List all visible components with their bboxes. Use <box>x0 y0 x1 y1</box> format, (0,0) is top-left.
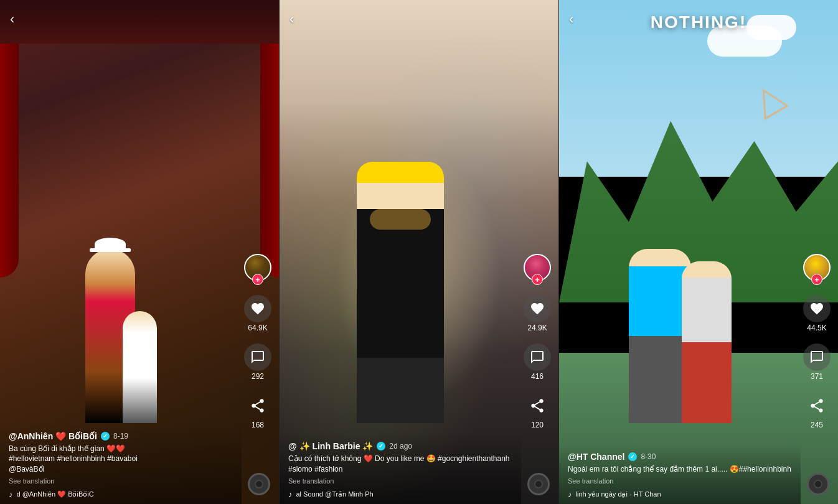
bottom-info-1: @AnNhiên ❤️ BốiBối 8-19 Ba cùng Bối đi k… <box>0 424 242 504</box>
like-count-3: 44.5K <box>807 324 826 332</box>
username-3: @HT Channel <box>568 452 624 462</box>
overlay-text: NOTHING! <box>651 12 746 32</box>
woman2-figure <box>682 261 732 423</box>
comment-group-1: 292 <box>244 343 271 381</box>
timestamp-3: 8-30 <box>641 452 656 461</box>
like-button-2[interactable] <box>524 295 551 322</box>
child-figure <box>123 311 157 423</box>
share-count-3: 245 <box>811 421 823 429</box>
follow-button-1[interactable]: + <box>252 274 263 285</box>
share-group-2: 120 <box>524 392 551 429</box>
username-row-3: @HT Channel 8-30 <box>568 452 792 462</box>
music-note-1: ♪ <box>9 490 13 499</box>
figures <box>0 121 242 423</box>
avatar-wrap-3[interactable]: + <box>803 254 831 281</box>
music-disk-2 <box>527 473 550 495</box>
back-button[interactable]: ‹ <box>10 11 14 27</box>
stage-top <box>0 0 279 44</box>
music-disk-1 <box>248 473 270 495</box>
timestamp-1: 8-19 <box>113 432 128 441</box>
avatar-wrap-2[interactable]: + <box>524 254 551 281</box>
caption-2: Cậu có thích tớ không ❤️ Do you like me … <box>288 454 512 475</box>
like-group-2: 24.9K <box>524 295 551 332</box>
share-group-1: 168 <box>244 392 271 429</box>
comment-group-2: 416 <box>524 343 551 381</box>
username-row-1: @AnNhiên ❤️ BốiBối 8-19 <box>9 431 233 441</box>
share-group-3: 245 <box>803 392 831 429</box>
like-count-1: 64.9K <box>248 324 267 332</box>
timestamp-2: 2d ago <box>389 442 412 450</box>
video-panel-1: ‹ + 64.9K 292 168 @AnNhiên ❤️ Bố <box>0 0 280 504</box>
right-sidebar-3: + 44.5K 371 245 <box>803 254 831 429</box>
right-sidebar-2: + 24.9K 416 120 <box>524 254 551 429</box>
username-row-2: @ ✨ Linh Barbie ✨ 2d ago <box>288 441 512 451</box>
like-group-3: 44.5K <box>803 295 831 332</box>
follow-button-3[interactable]: + <box>811 274 822 285</box>
comment-button-3[interactable] <box>803 343 831 371</box>
sunglasses <box>370 209 431 230</box>
back-button-3[interactable]: ‹ <box>569 11 573 27</box>
hat <box>95 238 126 250</box>
comment-count-1: 292 <box>252 372 264 381</box>
music-text-2: al Sound @Trần Minh Ph <box>296 490 374 498</box>
share-count-2: 120 <box>531 421 544 429</box>
video-panel-3: △ NOTHING! ‹ + 44.5K 371 2 <box>559 0 838 504</box>
caption-3: Ngoài em ra tôi chẳng thể say đắm thêm 1… <box>568 464 792 475</box>
share-button-2[interactable] <box>524 392 551 419</box>
verified-badge-3 <box>628 452 637 461</box>
comment-count-3: 371 <box>811 372 823 381</box>
share-button-1[interactable] <box>244 392 271 419</box>
woman-figures <box>280 121 521 423</box>
music-row-2: ♪ al Sound @Trần Minh Ph <box>288 490 512 499</box>
woman-figure <box>357 162 444 423</box>
music-note-2: ♪ <box>288 490 293 499</box>
share-count-1: 168 <box>252 421 264 429</box>
like-button-1[interactable] <box>244 295 271 322</box>
see-translation-3[interactable]: See translation <box>568 477 792 485</box>
caption-1: Ba cùng Bối đi khắp thế gian ❤️❤️#hellov… <box>9 444 233 475</box>
verified-badge-1 <box>101 432 110 441</box>
comment-button-2[interactable] <box>524 343 551 371</box>
share-button-3[interactable] <box>803 392 831 419</box>
username-1: @AnNhiên ❤️ BốiBối <box>9 431 97 441</box>
comment-group-3: 371 <box>803 343 831 381</box>
like-group-1: 64.9K <box>244 295 271 332</box>
comment-button-1[interactable] <box>244 343 271 371</box>
avatar-wrap-1[interactable]: + <box>244 254 271 281</box>
back-button-2[interactable]: ‹ <box>290 11 294 27</box>
bottom-info-3: @HT Channel 8-30 Ngoài em ra tôi chẳng t… <box>559 444 801 504</box>
comment-count-2: 416 <box>531 372 544 381</box>
couple-figures <box>559 121 801 423</box>
right-sidebar-1: + 64.9K 292 168 <box>244 254 271 429</box>
cloud-2 <box>746 15 796 40</box>
music-disk-3 <box>807 473 829 495</box>
see-translation-1[interactable]: See translation <box>9 477 233 485</box>
see-translation-2[interactable]: See translation <box>288 477 512 485</box>
username-2: @ ✨ Linh Barbie ✨ <box>288 441 373 451</box>
like-count-2: 24.9K <box>527 324 547 332</box>
verified-badge-2 <box>377 442 385 450</box>
bottom-info-2: @ ✨ Linh Barbie ✨ 2d ago Cậu có thích tớ… <box>280 434 521 504</box>
music-note-3: ♪ <box>568 490 572 499</box>
music-row-3: ♪ linh yêu ngày dại - HT Chan <box>568 490 792 499</box>
music-row-1: ♪ d @AnNhiên ❤️ BốiBốiC <box>9 490 233 499</box>
like-button-3[interactable] <box>803 295 831 322</box>
follow-button-2[interactable]: + <box>532 274 543 285</box>
music-text-1: d @AnNhiên ❤️ BốiBốiC <box>17 490 94 498</box>
music-text-3: linh yêu ngày dại - HT Chan <box>576 490 661 498</box>
video-panel-2: ‹ + 24.9K 416 120 @ ✨ Linh Barbi <box>280 0 559 504</box>
